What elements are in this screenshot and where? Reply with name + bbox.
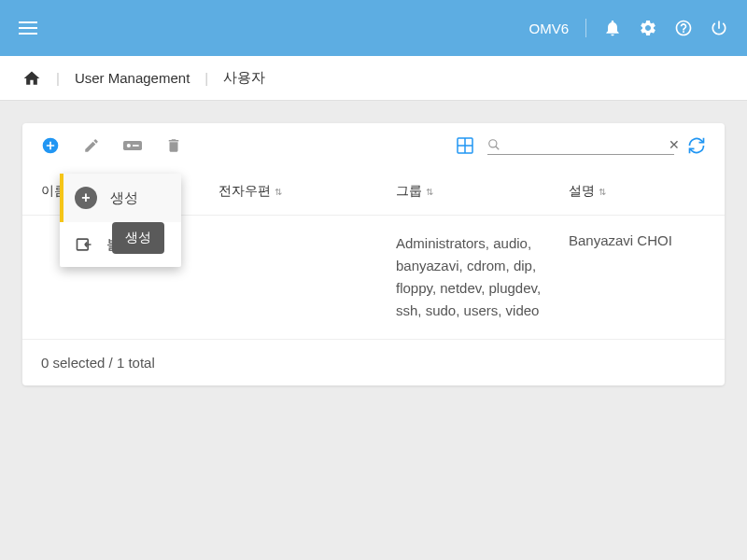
column-email[interactable]: 전자우편⇅ (218, 183, 396, 200)
divider (585, 19, 586, 37)
menu-toggle[interactable] (19, 18, 37, 38)
refresh-icon[interactable] (687, 136, 706, 155)
search-input[interactable] (506, 137, 663, 151)
column-groups[interactable]: 그룹⇅ (396, 183, 569, 200)
breadcrumb-section[interactable]: User Management (75, 70, 190, 86)
app-title: OMV6 (529, 21, 569, 36)
tooltip: 생성 (112, 222, 164, 254)
plus-circle-icon: + (75, 187, 97, 209)
clear-icon[interactable]: ✕ (669, 137, 680, 152)
add-dropdown: + 생성 불러오기 생성 (60, 174, 181, 267)
table-footer: 0 selected / 1 total (22, 340, 725, 385)
breadcrumb-separator: | (204, 70, 208, 86)
sort-icon: ⇅ (599, 187, 606, 197)
settings-icon[interactable] (639, 19, 657, 37)
svg-rect-4 (133, 145, 139, 147)
breadcrumb: | User Management | 사용자 (0, 56, 747, 101)
sort-icon: ⇅ (275, 187, 282, 197)
svg-line-9 (496, 146, 500, 149)
sort-icon: ⇅ (426, 187, 433, 197)
import-icon (75, 235, 93, 254)
users-card: + 생성 불러오기 생성 (22, 123, 725, 385)
delete-button[interactable] (164, 136, 183, 155)
search-icon (487, 138, 500, 151)
search-field[interactable]: ✕ (487, 137, 674, 155)
dropdown-create[interactable]: + 생성 (60, 174, 181, 222)
breadcrumb-page: 사용자 (223, 69, 265, 87)
cell-groups: Administrators, audio, banyazavi, cdrom,… (396, 232, 569, 322)
svg-point-8 (489, 139, 497, 147)
cell-email (218, 232, 396, 322)
key-button[interactable] (123, 136, 142, 155)
cell-desc: Banyazavi CHOI (569, 232, 706, 322)
breadcrumb-separator: | (56, 70, 60, 86)
add-button[interactable]: + 생성 불러오기 생성 (41, 136, 60, 155)
dropdown-create-label: 생성 (110, 189, 138, 207)
grid-view-icon[interactable] (456, 136, 474, 155)
notifications-icon[interactable] (603, 19, 622, 37)
power-icon[interactable] (710, 19, 728, 37)
help-icon[interactable] (674, 19, 693, 37)
svg-point-3 (127, 144, 131, 147)
home-icon[interactable] (22, 69, 41, 88)
edit-button[interactable] (82, 136, 101, 155)
column-desc[interactable]: 설명⇅ (569, 183, 706, 200)
